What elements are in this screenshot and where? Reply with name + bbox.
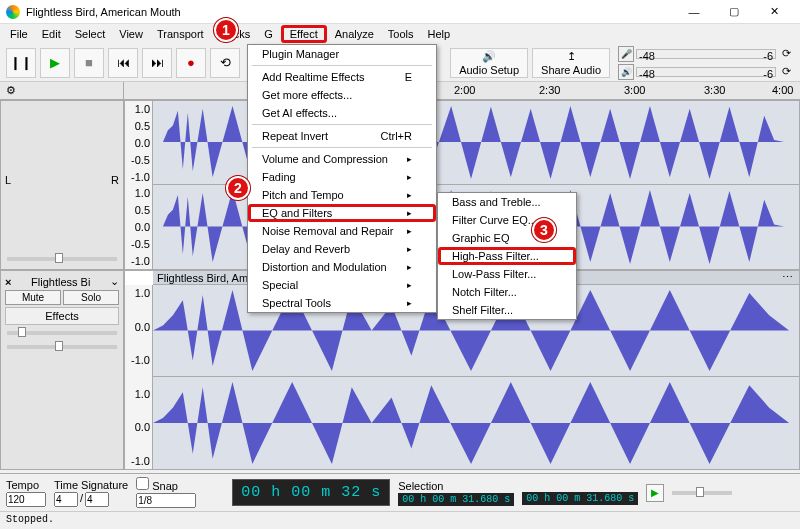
record-button[interactable]: ● [176, 48, 206, 78]
pan-r: R [111, 174, 119, 186]
menu-analyze[interactable]: Analyze [329, 26, 380, 42]
mic-icon[interactable]: 🎤 [618, 46, 634, 62]
maximize-button[interactable]: ▢ [714, 1, 754, 23]
menu-generate[interactable]: G [258, 26, 279, 42]
play-at-speed-button[interactable]: ▶ [646, 484, 664, 502]
share-audio-button[interactable]: ↥Share Audio [532, 48, 610, 78]
menu-get-more[interactable]: Get more effects... [248, 86, 436, 104]
chevron-down-icon[interactable]: ⌄ [110, 275, 119, 288]
minimize-button[interactable]: — [674, 1, 714, 23]
menu-special[interactable]: Special [248, 276, 436, 294]
time-display[interactable]: 00 h 00 m 32 s [232, 479, 390, 506]
menu-file[interactable]: File [4, 26, 34, 42]
menu-spectral[interactable]: Spectral Tools [248, 294, 436, 312]
menu-plugin-manager[interactable]: Plugin Manager [248, 45, 436, 63]
menu-effect[interactable]: Effect [281, 25, 327, 43]
timesig-label: Time Signature [54, 479, 128, 491]
pan-slider[interactable] [7, 257, 117, 261]
loop-button[interactable]: ⟲ [210, 48, 240, 78]
menu-eq-filters[interactable]: EQ and Filters [248, 204, 436, 222]
speed-slider[interactable] [672, 491, 732, 495]
menu-view[interactable]: View [113, 26, 149, 42]
menu-highpass[interactable]: High-Pass Filter... [438, 247, 576, 265]
menu-lowpass[interactable]: Low-Pass Filter... [438, 265, 576, 283]
timeline-tick: 3:00 [624, 84, 645, 96]
mute-button[interactable]: Mute [5, 290, 61, 305]
menu-notch[interactable]: Notch Filter... [438, 283, 576, 301]
refresh-icon-2[interactable]: ⟳ [778, 64, 794, 80]
timeline-tick: 2:00 [454, 84, 475, 96]
effect-menu: Plugin Manager Add Realtime EffectsE Get… [247, 44, 437, 313]
tempo-label: Tempo [6, 479, 46, 491]
snap-value[interactable] [136, 493, 196, 508]
menu-bass-treble[interactable]: Bass and Treble... [438, 193, 576, 211]
audio-setup-button[interactable]: 🔊Audio Setup [450, 48, 528, 78]
menu-pitch[interactable]: Pitch and Tempo [248, 186, 436, 204]
track-name: Flightless Bi [31, 276, 90, 288]
solo-button[interactable]: Solo [63, 290, 119, 305]
annotation-marker-1: 1 [214, 18, 238, 42]
close-button[interactable]: ✕ [754, 1, 794, 23]
menu-volume[interactable]: Volume and Compression [248, 150, 436, 168]
annotation-marker-2: 2 [226, 176, 250, 200]
menu-transport[interactable]: Transport [151, 26, 210, 42]
eq-submenu: Bass and Treble... Filter Curve EQ... Gr… [437, 192, 577, 320]
gear-icon[interactable]: ⚙ [6, 84, 20, 98]
tempo-input[interactable] [6, 492, 46, 507]
stop-button[interactable]: ■ [74, 48, 104, 78]
gain-slider[interactable] [7, 331, 117, 335]
menu-add-realtime[interactable]: Add Realtime EffectsE [248, 68, 436, 86]
speaker-icon[interactable]: 🔊 [618, 64, 634, 80]
menu-noise[interactable]: Noise Removal and Repair [248, 222, 436, 240]
pan-slider-2[interactable] [7, 345, 117, 349]
menu-edit[interactable]: Edit [36, 26, 67, 42]
timeline-tick: 2:30 [539, 84, 560, 96]
effects-button[interactable]: Effects [5, 307, 119, 325]
app-icon [6, 5, 20, 19]
menu-delay[interactable]: Delay and Reverb [248, 240, 436, 258]
timeline-tick: 3:30 [704, 84, 725, 96]
play-meter[interactable]: -48-6 [636, 67, 776, 77]
selection-label: Selection [398, 480, 514, 492]
menu-select[interactable]: Select [69, 26, 112, 42]
footer-toolbar: Tempo Time Signature / Snap 00 h 00 m 32… [0, 473, 800, 511]
play-button[interactable]: ▶ [40, 48, 70, 78]
record-meter[interactable]: -48-6 [636, 49, 776, 59]
track-close[interactable]: × [5, 276, 11, 288]
pause-button[interactable]: ❙❙ [6, 48, 36, 78]
pan-l: L [5, 174, 11, 186]
track-head-1: LR [0, 100, 124, 270]
status-bar: Stopped. [0, 511, 800, 529]
menu-get-ai[interactable]: Get AI effects... [248, 104, 436, 122]
timesig-den[interactable] [85, 492, 109, 507]
menu-help[interactable]: Help [422, 26, 457, 42]
timeline-tick: 4:00 [772, 84, 793, 96]
refresh-icon[interactable]: ⟳ [778, 46, 794, 62]
menu-fading[interactable]: Fading [248, 168, 436, 186]
menubar: File Edit Select View Transport Tracks G… [0, 24, 800, 44]
snap-checkbox[interactable] [136, 477, 149, 490]
selection-end[interactable]: 00 h 00 m 31.680 s [522, 492, 638, 505]
skip-end-button[interactable]: ⏭ [142, 48, 172, 78]
selection-start[interactable]: 00 h 00 m 31.680 s [398, 493, 514, 506]
snap-label: Snap [152, 480, 178, 492]
window-title: Flightless Bird, American Mouth [26, 6, 674, 18]
menu-tools[interactable]: Tools [382, 26, 420, 42]
annotation-marker-3: 3 [532, 218, 556, 242]
track-head-2: ×Flightless Bi⌄ MuteSolo Effects [0, 270, 124, 470]
menu-repeat[interactable]: Repeat InvertCtrl+R [248, 127, 436, 145]
timesig-num[interactable] [54, 492, 78, 507]
clip-menu-icon[interactable]: ⋯ [782, 271, 793, 284]
menu-shelf[interactable]: Shelf Filter... [438, 301, 576, 319]
skip-start-button[interactable]: ⏮ [108, 48, 138, 78]
menu-distortion[interactable]: Distortion and Modulation [248, 258, 436, 276]
